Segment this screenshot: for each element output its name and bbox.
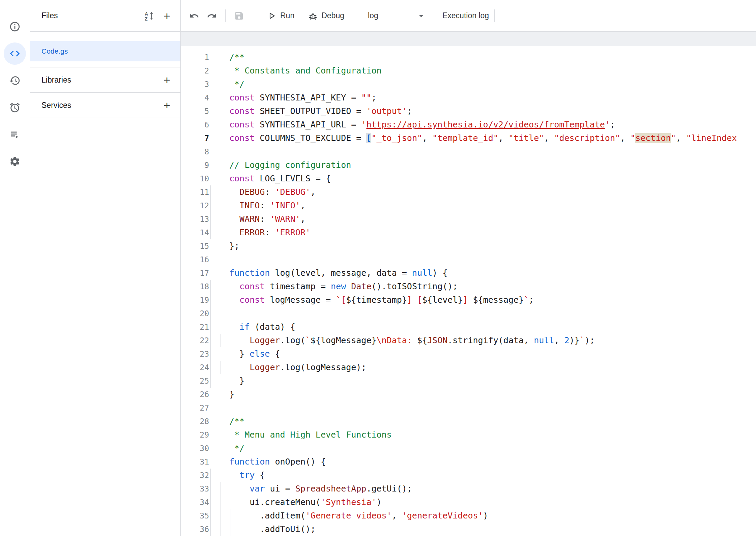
code-line[interactable]: 25 } bbox=[181, 374, 756, 388]
add-service-button[interactable]: + bbox=[158, 96, 176, 114]
line-number[interactable]: 1 bbox=[181, 51, 209, 64]
code-line[interactable]: 9// Logging configuration bbox=[181, 158, 756, 172]
line-number[interactable]: 17 bbox=[181, 266, 209, 280]
code-text[interactable]: if (data) { bbox=[209, 320, 756, 334]
line-number[interactable]: 11 bbox=[181, 185, 209, 199]
code-text[interactable]: /** bbox=[209, 415, 756, 428]
code-line[interactable]: 13 WARN: 'WARN', bbox=[181, 212, 756, 226]
code-line[interactable]: 7const COLUMNS_TO_EXCLUDE = ["_to_json",… bbox=[181, 131, 756, 145]
undo-button[interactable] bbox=[185, 7, 203, 25]
line-number[interactable]: 7 bbox=[181, 131, 209, 145]
line-number[interactable]: 34 bbox=[181, 496, 209, 509]
code-line[interactable]: 21 if (data) { bbox=[181, 320, 756, 334]
code-line[interactable]: 12 INFO: 'INFO', bbox=[181, 199, 756, 212]
line-number[interactable]: 20 bbox=[181, 307, 209, 320]
line-number[interactable]: 8 bbox=[181, 145, 209, 158]
code-text[interactable]: const SHEET_OUTPUT_VIDEO = 'output'; bbox=[209, 105, 756, 118]
code-text[interactable]: // Logging configuration bbox=[209, 158, 756, 172]
rail-settings-button[interactable] bbox=[4, 150, 26, 173]
code-line[interactable]: 24 Logger.log(logMessage); bbox=[181, 361, 756, 374]
code-line[interactable]: 35 .addItem('Generate videos', 'generate… bbox=[181, 509, 756, 523]
line-number[interactable]: 15 bbox=[181, 239, 209, 253]
line-number[interactable]: 31 bbox=[181, 455, 209, 469]
line-number[interactable]: 13 bbox=[181, 212, 209, 226]
code-text[interactable]: DEBUG: 'DEBUG', bbox=[209, 185, 756, 199]
rail-executions-button[interactable] bbox=[4, 123, 26, 146]
code-line[interactable]: 6const SYNTHESIA_API_URL = 'https://api.… bbox=[181, 118, 756, 131]
code-line[interactable]: 14 ERROR: 'ERROR' bbox=[181, 226, 756, 239]
line-number[interactable]: 36 bbox=[181, 523, 209, 536]
line-number[interactable]: 25 bbox=[181, 374, 209, 388]
code-text[interactable]: Logger.log(`${logMessage}\nData: ${JSON.… bbox=[209, 334, 756, 347]
code-line[interactable]: 26} bbox=[181, 388, 756, 401]
code-line[interactable]: 4const SYNTHESIA_API_KEY = ""; bbox=[181, 91, 756, 105]
code-text[interactable]: } else { bbox=[209, 347, 756, 361]
code-line[interactable]: 19 const logMessage = `[${timestamp}] [$… bbox=[181, 293, 756, 307]
code-text[interactable]: const SYNTHESIA_API_URL = 'https://api.s… bbox=[209, 118, 756, 131]
line-number[interactable]: 26 bbox=[181, 388, 209, 401]
code-line[interactable]: 36 .addToUi(); bbox=[181, 523, 756, 536]
line-number[interactable]: 18 bbox=[181, 280, 209, 293]
code-text[interactable]: .addItem('Generate videos', 'generateVid… bbox=[209, 509, 756, 523]
code-line[interactable]: 8 bbox=[181, 145, 756, 158]
sort-files-button[interactable]: A Z bbox=[141, 7, 158, 25]
add-library-button[interactable]: + bbox=[158, 71, 176, 89]
code-line[interactable]: 18 const timestamp = new Date().toISOStr… bbox=[181, 280, 756, 293]
code-text[interactable]: function log(level, message, data = null… bbox=[209, 266, 756, 280]
code-text[interactable]: */ bbox=[209, 442, 756, 455]
rail-editor-button[interactable] bbox=[4, 42, 26, 65]
code-line[interactable]: 1/** bbox=[181, 51, 756, 64]
file-item-code-gs[interactable]: Code.gs bbox=[30, 41, 180, 61]
line-number[interactable]: 10 bbox=[181, 172, 209, 185]
code-text[interactable] bbox=[209, 253, 756, 266]
code-line[interactable]: 27 bbox=[181, 401, 756, 415]
code-line[interactable]: 22 Logger.log(`${logMessage}\nData: ${JS… bbox=[181, 334, 756, 347]
code-line[interactable]: 28/** bbox=[181, 415, 756, 428]
code-text[interactable]: /** bbox=[209, 51, 756, 64]
code-text[interactable] bbox=[209, 401, 756, 415]
code-text[interactable]: * Constants and Configuration bbox=[209, 64, 756, 78]
code-text[interactable]: ui.createMenu('Synthesia') bbox=[209, 496, 756, 509]
code-line[interactable]: 16 bbox=[181, 253, 756, 266]
line-number[interactable]: 30 bbox=[181, 442, 209, 455]
code-line[interactable]: 5const SHEET_OUTPUT_VIDEO = 'output'; bbox=[181, 105, 756, 118]
line-number[interactable]: 33 bbox=[181, 482, 209, 496]
code-text[interactable]: Logger.log(logMessage); bbox=[209, 361, 756, 374]
line-number[interactable]: 12 bbox=[181, 199, 209, 212]
line-number[interactable]: 24 bbox=[181, 361, 209, 374]
line-number[interactable]: 9 bbox=[181, 158, 209, 172]
line-number[interactable]: 19 bbox=[181, 293, 209, 307]
line-number[interactable]: 35 bbox=[181, 509, 209, 523]
code-text[interactable]: INFO: 'INFO', bbox=[209, 199, 756, 212]
code-text[interactable]: const COLUMNS_TO_EXCLUDE = ["_to_json", … bbox=[209, 131, 756, 145]
code-line[interactable]: 3 */ bbox=[181, 78, 756, 91]
line-number[interactable]: 27 bbox=[181, 401, 209, 415]
code-text[interactable]: const LOG_LEVELS = { bbox=[209, 172, 756, 185]
rail-triggers-button[interactable] bbox=[4, 96, 26, 119]
code-text[interactable]: .addToUi(); bbox=[209, 523, 756, 536]
line-number[interactable]: 22 bbox=[181, 334, 209, 347]
code-text[interactable]: } bbox=[209, 388, 756, 401]
code-lines[interactable]: 1/**2 * Constants and Configuration3 */4… bbox=[181, 46, 756, 536]
line-number[interactable]: 2 bbox=[181, 64, 209, 78]
rail-overview-button[interactable] bbox=[4, 16, 26, 38]
rail-project-history-button[interactable] bbox=[4, 69, 26, 92]
line-number[interactable]: 29 bbox=[181, 428, 209, 442]
code-line[interactable]: 23 } else { bbox=[181, 347, 756, 361]
code-text[interactable]: * Menu and High Level Functions bbox=[209, 428, 756, 442]
code-line[interactable]: 29 * Menu and High Level Functions bbox=[181, 428, 756, 442]
code-text[interactable] bbox=[209, 145, 756, 158]
code-text[interactable]: } bbox=[209, 374, 756, 388]
redo-button[interactable] bbox=[203, 7, 221, 25]
line-number[interactable]: 14 bbox=[181, 226, 209, 239]
code-text[interactable]: WARN: 'WARN', bbox=[209, 212, 756, 226]
debug-button[interactable]: Debug bbox=[308, 11, 344, 21]
code-text[interactable]: try { bbox=[209, 469, 756, 482]
code-line[interactable]: 11 DEBUG: 'DEBUG', bbox=[181, 185, 756, 199]
code-line[interactable]: 2 * Constants and Configuration bbox=[181, 64, 756, 78]
code-text[interactable]: function onOpen() { bbox=[209, 455, 756, 469]
code-text[interactable]: const logMessage = `[${timestamp}] [${le… bbox=[209, 293, 756, 307]
code-text[interactable] bbox=[209, 307, 756, 320]
code-text[interactable]: }; bbox=[209, 239, 756, 253]
code-line[interactable]: 31function onOpen() { bbox=[181, 455, 756, 469]
